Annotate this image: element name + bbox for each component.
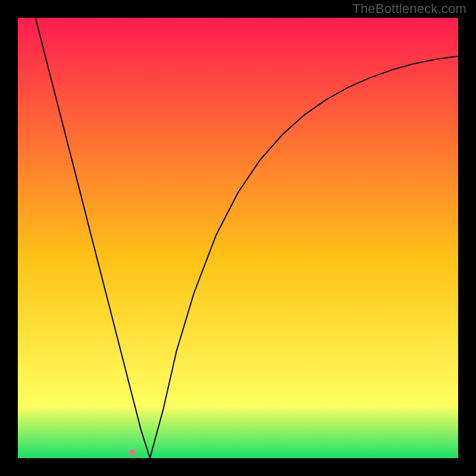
minimum-marker bbox=[129, 450, 136, 456]
gradient-background bbox=[18, 18, 458, 458]
chart-svg bbox=[18, 18, 458, 458]
chart-frame: TheBottleneck.com bbox=[0, 0, 476, 476]
watermark-text: TheBottleneck.com bbox=[352, 1, 466, 17]
plot-area bbox=[18, 18, 458, 458]
